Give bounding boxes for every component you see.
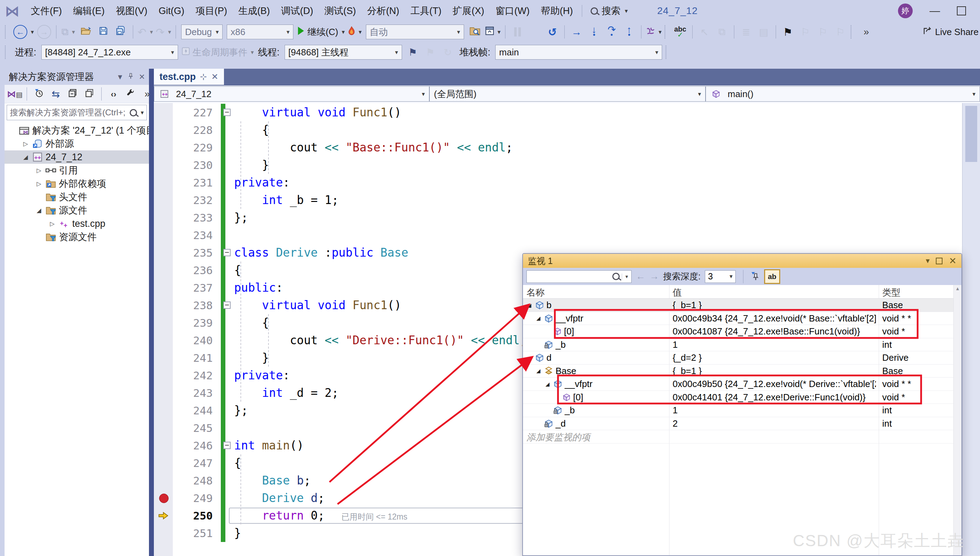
toolbar-overflow-button[interactable]: »: [858, 24, 875, 40]
step-over-button[interactable]: ↷•: [603, 24, 620, 40]
code-line[interactable]: 230 }: [154, 156, 980, 174]
scope-dropdown[interactable]: (全局范围) ▾: [429, 86, 706, 102]
code-line[interactable]: 227 virtual void Func1(): [154, 104, 980, 121]
panel-splitter[interactable]: [149, 69, 154, 556]
step-into-button[interactable]: ↓•: [585, 24, 603, 40]
continue-button[interactable]: 继续(C)▾: [295, 24, 346, 40]
save-button[interactable]: [95, 24, 112, 40]
tree-item--[interactable]: ▷外部依赖项: [5, 177, 149, 190]
next-bookmark-button[interactable]: ⚐: [814, 24, 832, 40]
toolbar-grip[interactable]: [851, 25, 854, 39]
show-all-files-button[interactable]: [81, 87, 97, 101]
spell-check-button[interactable]: abc✓: [672, 24, 689, 40]
preview-code-button[interactable]: ‹›: [105, 87, 122, 101]
search-forward-button[interactable]: →: [649, 271, 659, 282]
fold-collapse-icon[interactable]: [223, 249, 231, 256]
previous-bookmark-button[interactable]: ⚐: [797, 24, 814, 40]
tree-item-24_7_12[interactable]: ◢++24_7_12: [5, 150, 149, 164]
watch-row-0[interactable]: [0]0x00c41087 {24_7_12.exe!Base::Func1(v…: [523, 325, 954, 338]
pin-values-icon[interactable]: [751, 272, 760, 282]
tab-test-cpp[interactable]: test.cpp ⊹ ✕: [154, 69, 224, 85]
code-line[interactable]: 232 int _b = 1;: [154, 191, 980, 209]
menu-item[interactable]: 视图(V): [110, 0, 153, 22]
tree-item--[interactable]: ▷外部源: [5, 137, 149, 150]
maximize-button[interactable]: [957, 6, 966, 15]
lifecycle-events-button[interactable]: 生命周期事件▾: [180, 44, 255, 60]
code-line[interactable]: 231private:: [154, 174, 980, 191]
toolbar-grip[interactable]: [5, 25, 8, 39]
code-line[interactable]: 229 cout << "Base::Func1()" << endl;: [154, 139, 980, 156]
show-next-statement-button[interactable]: →: [568, 24, 585, 40]
watch-scrollbar[interactable]: [953, 285, 961, 555]
watch-row-_b[interactable]: _b1int: [523, 404, 954, 417]
watch-row-d[interactable]: ◢d{_d=2 }Derive: [523, 351, 954, 365]
expanded-icon[interactable]: ◢: [19, 154, 32, 161]
minimize-button[interactable]: —: [930, 5, 940, 17]
hot-reload-button[interactable]: ▾: [346, 24, 364, 40]
expanded-icon[interactable]: ◢: [535, 368, 542, 374]
redo-button[interactable]: ↷▾: [154, 24, 173, 40]
watch-search-input[interactable]: ▾: [526, 270, 631, 283]
menu-item[interactable]: 调试(D): [276, 0, 319, 22]
menu-item[interactable]: 帮助(H): [535, 0, 578, 22]
window-layout-button[interactable]: ▾: [484, 24, 502, 40]
watch-row-b[interactable]: ◢b{_b=1 }Base: [523, 299, 954, 312]
code-line[interactable]: 233};: [154, 209, 980, 226]
editor-scrollbar[interactable]: [962, 103, 980, 556]
find-in-files-button[interactable]: [466, 24, 484, 40]
show-raw-text-toggle[interactable]: ab: [764, 269, 780, 284]
code-line[interactable]: 228 {: [154, 121, 980, 139]
fold-collapse-icon[interactable]: [223, 442, 231, 449]
search-back-button[interactable]: ←: [636, 271, 645, 282]
project-dropdown[interactable]: ++ 24_7_12 ▾: [154, 86, 429, 102]
breakpoint-icon[interactable]: [159, 494, 169, 503]
restart-button[interactable]: ↺: [544, 24, 561, 40]
fold-collapse-icon[interactable]: [223, 109, 231, 116]
undo-button[interactable]: ↶▾: [136, 24, 155, 40]
flag-thread-button[interactable]: ⚑: [404, 44, 421, 60]
menu-item[interactable]: 窗口(W): [490, 0, 535, 22]
properties-button[interactable]: [122, 87, 139, 101]
sync-with-active-document-button[interactable]: ⇆: [48, 87, 64, 101]
pin-icon[interactable]: [127, 72, 134, 82]
member-dropdown[interactable]: main() ▾: [706, 86, 980, 102]
menu-item[interactable]: 扩展(X): [447, 0, 490, 22]
collapsed-icon[interactable]: ▷: [46, 220, 58, 228]
maximize-icon[interactable]: [936, 258, 943, 264]
tree-item--[interactable]: 头文件: [5, 190, 149, 204]
toggle-bookmark-button[interactable]: ⚑: [779, 24, 797, 40]
show-flagged-only-button[interactable]: ⚑: [421, 44, 439, 60]
tree-item-test-cpp[interactable]: ▷++test.cpp: [5, 217, 149, 230]
tree-item--24_7_12-1-[interactable]: ⋈解决方案 '24_7_12' (1 个项目，共: [5, 124, 149, 137]
collapse-all-button[interactable]: [65, 87, 81, 101]
close-icon[interactable]: ×: [139, 71, 145, 82]
menu-item[interactable]: 项目(P): [190, 0, 233, 22]
select-pointer-button[interactable]: ↖: [696, 24, 713, 40]
solution-configuration-dropdown[interactable]: Debug▾: [181, 24, 223, 39]
column-name[interactable]: 名称: [526, 286, 545, 299]
thread-dropdown[interactable]: [94868] 主线程▾: [284, 45, 402, 60]
tree-item--[interactable]: 资源文件: [5, 230, 149, 244]
menu-item[interactable]: 文件(F): [25, 0, 67, 22]
collapsed-icon[interactable]: ▷: [19, 140, 32, 147]
switch-views-button[interactable]: ⋈▤: [6, 87, 23, 101]
chevron-down-icon[interactable]: ▾: [118, 72, 122, 82]
column-type[interactable]: 类型: [882, 286, 901, 299]
pending-changes-filter-button[interactable]: [31, 87, 47, 101]
watch-title-bar[interactable]: 监视 1 ▾ ✕: [523, 254, 961, 268]
watch-row-base[interactable]: ◢Base{_b=1 }Base: [523, 365, 954, 378]
avatar[interactable]: 婷: [898, 3, 913, 18]
expanded-icon[interactable]: ◢: [544, 381, 551, 387]
parameter-info-button[interactable]: ▤: [755, 24, 772, 40]
menu-item[interactable]: 生成(B): [233, 0, 276, 22]
expanded-icon[interactable]: ◢: [526, 355, 533, 361]
search-depth-dropdown[interactable]: 3 ▾: [705, 270, 736, 283]
live-share-button[interactable]: Live Share: [921, 24, 980, 40]
process-dropdown[interactable]: [84848] 24_7_12.exe▾: [41, 45, 178, 60]
watch-row-0[interactable]: [0]0x00c41401 {24_7_12.exe!Derive::Func1…: [523, 391, 954, 404]
collapsed-icon[interactable]: ▷: [33, 180, 45, 187]
stop-debugging-button[interactable]: [526, 24, 544, 40]
search-button[interactable]: 搜索 ▾: [586, 5, 633, 17]
attach-button[interactable]: ⧉: [713, 24, 731, 40]
menu-item[interactable]: Git(G): [153, 0, 190, 22]
